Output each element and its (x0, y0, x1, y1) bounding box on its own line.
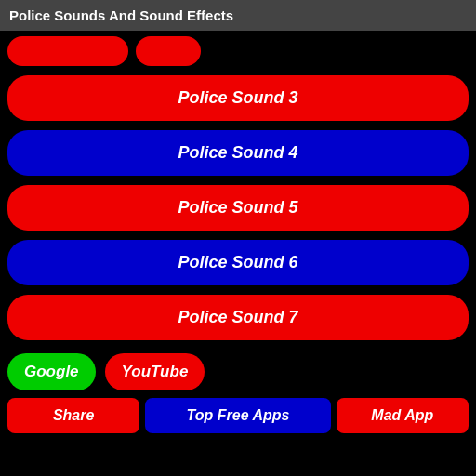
google-button[interactable]: Google (7, 353, 96, 390)
mad-app-button[interactable]: Mad App (337, 398, 469, 433)
sound-button-7[interactable]: Police Sound 7 (7, 295, 469, 340)
top-free-apps-button[interactable]: Top Free Apps (145, 398, 330, 433)
sound-button-3[interactable]: Police Sound 3 (7, 75, 469, 121)
sound-button-4[interactable]: Police Sound 4 (7, 130, 469, 176)
partial-button-1 (7, 36, 128, 66)
youtube-button[interactable]: YouTube (105, 353, 205, 390)
content-area: Police Sound 3 Police Sound 4 Police Sou… (0, 31, 476, 476)
title-bar: Police Sounds And Sound Effects (0, 0, 476, 31)
sound-button-6[interactable]: Police Sound 6 (7, 240, 469, 285)
partial-top-row (7, 36, 469, 66)
sound-button-5[interactable]: Police Sound 5 (7, 185, 469, 231)
footer-row: Share Top Free Apps Mad App (7, 398, 469, 433)
app-title: Police Sounds And Sound Effects (9, 7, 233, 23)
partial-button-2 (136, 36, 201, 66)
share-button[interactable]: Share (7, 398, 139, 433)
links-row: Google YouTube (7, 353, 469, 390)
